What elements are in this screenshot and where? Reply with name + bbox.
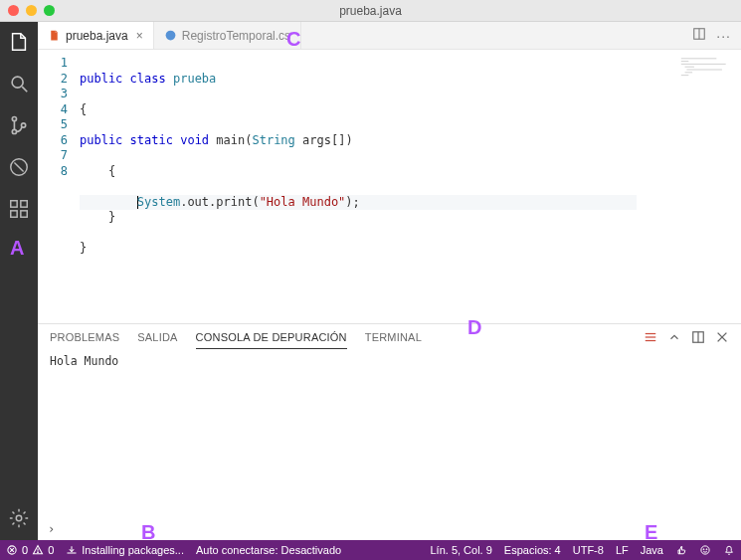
code-editor[interactable]: 1 2 3 4 5 6 7 8 public class prueba { pu… bbox=[38, 50, 741, 323]
panel-tab-consola[interactable]: CONSOLA DE DEPURACIÓN bbox=[196, 326, 347, 348]
status-line-col[interactable]: Lín. 5, Col. 9 bbox=[430, 544, 491, 556]
more-actions-icon[interactable]: ··· bbox=[716, 28, 731, 44]
tab-label: prueba.java bbox=[66, 29, 128, 43]
debug-console-output[interactable]: Hola Mundo › bbox=[38, 350, 741, 540]
tab-prueba-java[interactable]: prueba.java × bbox=[38, 22, 154, 49]
main-area: prueba.java × RegistroTemporal.cs ··· 1 … bbox=[0, 22, 741, 540]
panel-tab-problemas[interactable]: PROBLEMAS bbox=[50, 326, 119, 348]
editor-column: prueba.java × RegistroTemporal.cs ··· 1 … bbox=[38, 22, 741, 540]
debug-icon[interactable] bbox=[7, 155, 31, 179]
tab-close-icon[interactable]: × bbox=[136, 29, 143, 43]
activity-bar bbox=[0, 22, 38, 540]
settings-gear-icon[interactable] bbox=[7, 506, 31, 530]
svg-point-35 bbox=[703, 549, 704, 550]
status-eol[interactable]: LF bbox=[616, 544, 629, 556]
window-title: prueba.java bbox=[0, 4, 741, 18]
status-thumbs-up-icon[interactable] bbox=[675, 544, 687, 556]
status-language[interactable]: Java bbox=[641, 544, 663, 556]
editor-tabs: prueba.java × RegistroTemporal.cs ··· bbox=[38, 22, 741, 50]
status-autoconnect[interactable]: Auto conectarse: Desactivado bbox=[196, 544, 341, 556]
svg-rect-8 bbox=[21, 201, 27, 207]
panel-actions bbox=[644, 330, 729, 344]
svg-point-34 bbox=[701, 546, 709, 554]
svg-point-36 bbox=[706, 549, 707, 550]
tab-label: RegistroTemporal.cs bbox=[182, 29, 290, 43]
svg-point-33 bbox=[38, 552, 39, 553]
panel-tabs: PROBLEMAS SALIDA CONSOLA DE DEPURACIÓN T… bbox=[38, 324, 741, 350]
bottom-panel: PROBLEMAS SALIDA CONSOLA DE DEPURACIÓN T… bbox=[38, 323, 741, 540]
search-icon[interactable] bbox=[7, 72, 31, 95]
cs-file-icon bbox=[164, 29, 177, 42]
svg-line-1 bbox=[22, 87, 27, 92]
svg-line-6 bbox=[14, 162, 23, 171]
status-bar: 0 0 Installing packages... Auto conectar… bbox=[0, 540, 741, 560]
minimap[interactable] bbox=[679, 56, 735, 84]
extensions-icon[interactable] bbox=[7, 197, 31, 221]
svg-rect-9 bbox=[11, 211, 17, 217]
tab-registrotemporal-cs[interactable]: RegistroTemporal.cs bbox=[154, 22, 301, 49]
source-control-icon[interactable] bbox=[7, 113, 31, 137]
console-line: Hola Mundo bbox=[50, 354, 729, 368]
svg-rect-7 bbox=[11, 201, 17, 207]
svg-point-11 bbox=[16, 515, 22, 521]
status-spaces[interactable]: Espacios: 4 bbox=[504, 544, 561, 556]
svg-point-0 bbox=[12, 77, 23, 88]
collapse-panel-icon[interactable] bbox=[667, 330, 681, 344]
status-feedback-icon[interactable] bbox=[699, 544, 711, 556]
java-file-icon bbox=[48, 29, 61, 42]
svg-point-4 bbox=[21, 123, 25, 127]
explorer-icon[interactable] bbox=[7, 30, 31, 54]
svg-point-12 bbox=[165, 31, 175, 41]
clear-console-icon[interactable] bbox=[644, 330, 657, 344]
panel-tab-salida[interactable]: SALIDA bbox=[137, 326, 177, 348]
svg-point-2 bbox=[12, 116, 16, 120]
panel-tab-terminal[interactable]: TERMINAL bbox=[365, 326, 422, 348]
status-errors-warnings[interactable]: 0 0 bbox=[6, 544, 54, 556]
titlebar: prueba.java bbox=[0, 0, 741, 22]
line-numbers: 1 2 3 4 5 6 7 8 bbox=[38, 50, 76, 323]
status-installing-packages[interactable]: Installing packages... bbox=[66, 544, 184, 556]
status-bell-icon[interactable] bbox=[723, 544, 735, 556]
status-encoding[interactable]: UTF-8 bbox=[573, 544, 604, 556]
svg-rect-10 bbox=[21, 211, 27, 217]
code-body[interactable]: public class prueba { public static void… bbox=[76, 50, 741, 323]
console-prompt[interactable]: › bbox=[48, 522, 55, 536]
editor-actions: ··· bbox=[692, 22, 741, 49]
close-panel-icon[interactable] bbox=[715, 330, 729, 344]
svg-point-3 bbox=[12, 129, 16, 133]
split-editor-icon[interactable] bbox=[692, 27, 706, 45]
maximize-panel-icon[interactable] bbox=[691, 330, 705, 344]
